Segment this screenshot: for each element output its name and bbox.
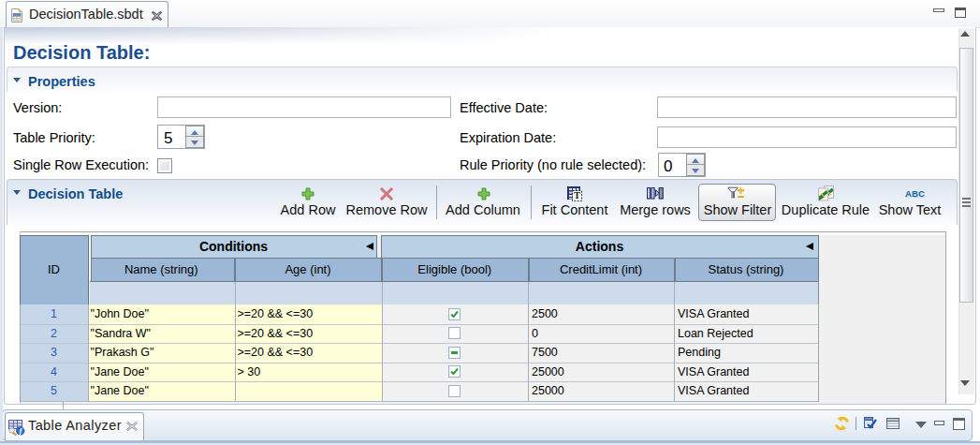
- svg-text:T: T: [574, 190, 580, 200]
